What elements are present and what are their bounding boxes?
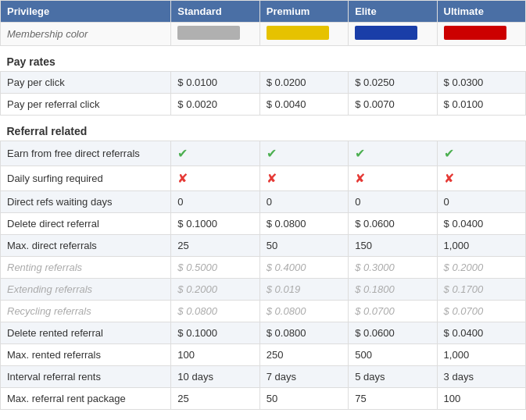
cell-1-11-0: 25 xyxy=(171,388,259,410)
cell-1-7-3: $ 0.0700 xyxy=(437,301,525,322)
section-title-0: Pay rates xyxy=(1,46,526,72)
row-label: Delete rented referral xyxy=(1,322,171,344)
cell-1-1-3: ✘ xyxy=(437,166,525,191)
cell-1-11-3: 100 xyxy=(437,388,525,410)
cell-1-4-1: 50 xyxy=(259,235,348,257)
section-title-1: Referral related xyxy=(1,116,526,141)
membership-color-3 xyxy=(437,23,525,46)
check-icon: ✔ xyxy=(267,147,277,160)
table-row: Daily surfing required✘✘✘✘ xyxy=(1,166,526,191)
table-row: Delete direct referral$ 0.1000$ 0.0800$ … xyxy=(1,213,526,235)
col-header-ultimate: Ultimate xyxy=(437,1,525,23)
row-label: Pay per click xyxy=(1,72,171,94)
table-row: Earn from free direct referrals✔✔✔✔ xyxy=(1,141,526,166)
col-header-standard: Standard xyxy=(171,1,259,23)
cell-1-7-0: $ 0.0800 xyxy=(171,301,259,322)
cell-1-6-1: $ 0.019 xyxy=(259,279,348,301)
table-row: Extending referrals$ 0.2000$ 0.019$ 0.18… xyxy=(1,279,526,301)
cell-1-5-3: $ 0.2000 xyxy=(437,257,525,279)
cell-1-7-1: $ 0.0800 xyxy=(259,301,348,322)
membership-label: Membership color xyxy=(1,23,171,46)
cell-0-1-3: $ 0.0100 xyxy=(437,94,525,116)
color-bar-1 xyxy=(267,26,329,40)
cell-1-6-2: $ 0.1800 xyxy=(349,279,437,301)
cell-1-7-2: $ 0.0700 xyxy=(349,301,437,322)
row-label: Direct refs waiting days xyxy=(1,191,171,213)
cell-1-1-2: ✘ xyxy=(349,166,437,191)
cell-1-0-2: ✔ xyxy=(349,141,437,166)
cell-0-1-0: $ 0.0020 xyxy=(171,94,259,116)
table-row: Pay per click$ 0.0100$ 0.0200$ 0.0250$ 0… xyxy=(1,72,526,94)
table-row: Delete rented referral$ 0.1000$ 0.0800$ … xyxy=(1,322,526,344)
cross-icon: ✘ xyxy=(267,172,277,185)
cell-0-0-2: $ 0.0250 xyxy=(349,72,437,94)
col-header-premium: Premium xyxy=(259,1,348,23)
cell-1-4-2: 150 xyxy=(349,235,437,257)
cell-1-6-0: $ 0.2000 xyxy=(171,279,259,301)
cell-1-4-0: 25 xyxy=(171,235,259,257)
check-icon: ✔ xyxy=(177,147,188,160)
cell-1-1-0: ✘ xyxy=(171,166,259,191)
table-row: Recycling referrals$ 0.0800$ 0.0800$ 0.0… xyxy=(1,301,526,322)
color-bar-2 xyxy=(355,26,417,40)
cell-1-10-3: 3 days xyxy=(437,366,525,388)
cell-1-9-2: 500 xyxy=(349,344,437,366)
row-label: Delete direct referral xyxy=(1,213,171,235)
row-label: Daily surfing required xyxy=(1,166,171,191)
cell-1-9-3: 1,000 xyxy=(437,344,525,366)
col-header-elite: Elite xyxy=(349,1,437,23)
cell-1-3-1: $ 0.0800 xyxy=(259,213,348,235)
cross-icon: ✘ xyxy=(444,172,454,185)
cell-1-2-0: 0 xyxy=(171,191,259,213)
table-row: Max. referral rent package255075100 xyxy=(1,388,526,410)
cell-1-5-1: $ 0.4000 xyxy=(259,257,348,279)
cell-1-11-2: 75 xyxy=(349,388,437,410)
cell-1-8-0: $ 0.1000 xyxy=(171,322,259,344)
check-icon: ✔ xyxy=(355,147,365,160)
cell-1-2-2: 0 xyxy=(349,191,437,213)
cell-1-4-3: 1,000 xyxy=(437,235,525,257)
cell-1-0-0: ✔ xyxy=(171,141,259,166)
cell-1-9-1: 250 xyxy=(259,344,348,366)
section-header-1: Referral related xyxy=(1,116,526,141)
table-row: Pay per referral click$ 0.0020$ 0.0040$ … xyxy=(1,94,526,116)
cell-0-0-1: $ 0.0200 xyxy=(259,72,348,94)
cell-1-5-2: $ 0.3000 xyxy=(349,257,437,279)
cell-0-0-0: $ 0.0100 xyxy=(171,72,259,94)
cell-1-3-0: $ 0.1000 xyxy=(171,213,259,235)
cell-1-8-1: $ 0.0800 xyxy=(259,322,348,344)
cross-icon: ✘ xyxy=(355,172,365,185)
col-header-privilege: Privilege xyxy=(1,1,171,23)
cell-1-10-0: 10 days xyxy=(171,366,259,388)
row-label: Interval referral rents xyxy=(1,366,171,388)
row-label: Recycling referrals xyxy=(1,301,171,322)
membership-row: Membership color xyxy=(1,23,526,46)
cell-1-3-3: $ 0.0400 xyxy=(437,213,525,235)
cell-0-1-2: $ 0.0070 xyxy=(349,94,437,116)
color-bar-0 xyxy=(177,26,240,40)
table-row: Renting referrals$ 0.5000$ 0.4000$ 0.300… xyxy=(1,257,526,279)
cell-1-8-2: $ 0.0600 xyxy=(349,322,437,344)
membership-color-0 xyxy=(171,23,259,46)
cross-icon: ✘ xyxy=(177,172,188,185)
section-header-0: Pay rates xyxy=(1,46,526,72)
cell-1-8-3: $ 0.0400 xyxy=(437,322,525,344)
cell-1-0-1: ✔ xyxy=(259,141,348,166)
cell-1-10-2: 5 days xyxy=(349,366,437,388)
row-label: Max. direct referrals xyxy=(1,235,171,257)
cell-1-6-3: $ 0.1700 xyxy=(437,279,525,301)
cell-1-3-2: $ 0.0600 xyxy=(349,213,437,235)
cell-1-2-1: 0 xyxy=(259,191,348,213)
table-row: Direct refs waiting days0000 xyxy=(1,191,526,213)
cell-1-9-0: 100 xyxy=(171,344,259,366)
cell-1-2-3: 0 xyxy=(437,191,525,213)
row-label: Renting referrals xyxy=(1,257,171,279)
row-label: Pay per referral click xyxy=(1,94,171,116)
cell-1-5-0: $ 0.5000 xyxy=(171,257,259,279)
cell-1-0-3: ✔ xyxy=(437,141,525,166)
cell-0-1-1: $ 0.0040 xyxy=(259,94,348,116)
table-row: Max. direct referrals25501501,000 xyxy=(1,235,526,257)
check-icon: ✔ xyxy=(444,147,454,160)
membership-color-2 xyxy=(349,23,437,46)
row-label: Extending referrals xyxy=(1,279,171,301)
